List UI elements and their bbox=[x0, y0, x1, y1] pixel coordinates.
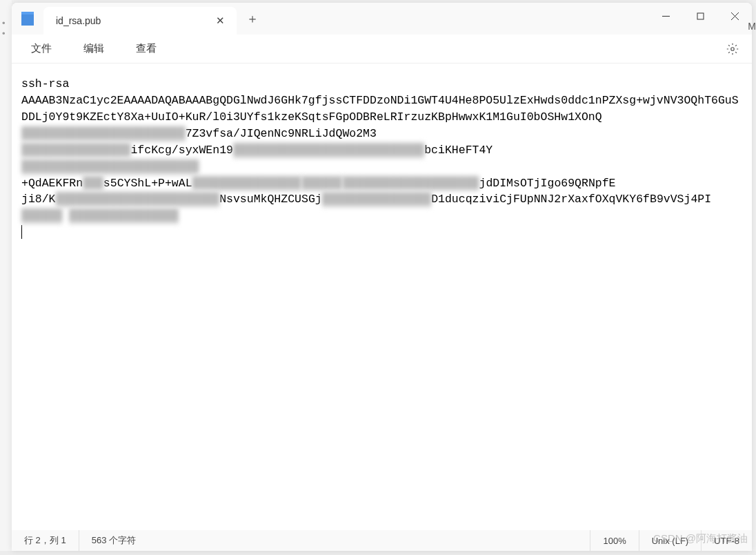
redacted-text: ████████████████████████████ bbox=[233, 142, 424, 159]
redacted-text: ████████████████ bbox=[69, 208, 178, 224]
redacted-text: ██████████████████████████ bbox=[21, 159, 199, 175]
text-editor-area[interactable]: ssh-rsa AAAAB3NzaC1yc2EAAAADAQABAAABgQDG… bbox=[12, 64, 752, 530]
statusbar: 行 2，列 1 563 个字符 100% Unix (LF) UTF-8 bbox=[12, 530, 752, 551]
new-tab-button[interactable]: ＋ bbox=[237, 3, 268, 35]
redacted-text: ████████████████████████ bbox=[21, 126, 186, 142]
status-position[interactable]: 行 2，列 1 bbox=[12, 530, 79, 551]
background-dots: • • bbox=[2, 18, 12, 39]
minimize-button[interactable] bbox=[648, 3, 683, 29]
close-icon bbox=[731, 12, 739, 20]
status-zoom[interactable]: 100% bbox=[590, 530, 639, 551]
redacted-text: ██████ bbox=[301, 175, 342, 192]
maximize-icon bbox=[697, 12, 704, 20]
file-content: ssh-rsa AAAAB3NzaC1yc2EAAAADAQABAAABgQDG… bbox=[21, 76, 745, 241]
notepad-window: id_rsa.pub ✕ ＋ 文件 编辑 查看 bbox=[12, 3, 752, 551]
menu-edit[interactable]: 编辑 bbox=[71, 38, 117, 59]
svg-point-4 bbox=[731, 47, 735, 50]
redacted-text: ████████████████ bbox=[322, 191, 431, 208]
tab-title: id_rsa.pub bbox=[56, 15, 212, 26]
gear-icon bbox=[726, 43, 739, 55]
titlebar[interactable]: id_rsa.pub ✕ ＋ bbox=[12, 3, 752, 35]
status-encoding[interactable]: UTF-8 bbox=[702, 530, 752, 551]
background-right-label: M bbox=[748, 21, 756, 32]
app-icon bbox=[12, 3, 43, 35]
redacted-text: ██████ bbox=[21, 208, 62, 224]
text-cursor bbox=[21, 225, 22, 239]
file-tab[interactable]: id_rsa.pub ✕ bbox=[43, 7, 237, 35]
background-bottom bbox=[0, 551, 756, 555]
menu-view[interactable]: 查看 bbox=[123, 38, 169, 59]
menubar: 文件 编辑 查看 bbox=[12, 35, 752, 64]
maximize-button[interactable] bbox=[683, 3, 717, 29]
titlebar-drag-area[interactable] bbox=[268, 3, 648, 35]
settings-button[interactable] bbox=[720, 37, 745, 61]
redacted-text: ████████████████████ bbox=[342, 175, 479, 192]
redacted-text: ███ bbox=[83, 175, 103, 192]
menu-file[interactable]: 文件 bbox=[19, 38, 64, 59]
notepad-icon bbox=[21, 12, 34, 26]
svg-rect-1 bbox=[697, 13, 704, 19]
status-char-count[interactable]: 563 个字符 bbox=[79, 530, 591, 551]
close-button[interactable] bbox=[717, 3, 752, 29]
window-controls bbox=[648, 3, 752, 35]
status-eol[interactable]: Unix (LF) bbox=[639, 530, 702, 551]
background-left-edge: • • bbox=[0, 0, 12, 555]
redacted-text: ████████████████ bbox=[192, 175, 301, 192]
redacted-text: ████████████████████████ bbox=[56, 191, 220, 208]
redacted-text: ████████████████ bbox=[21, 142, 130, 159]
minimize-icon bbox=[662, 12, 670, 20]
tab-close-button[interactable]: ✕ bbox=[212, 12, 228, 29]
